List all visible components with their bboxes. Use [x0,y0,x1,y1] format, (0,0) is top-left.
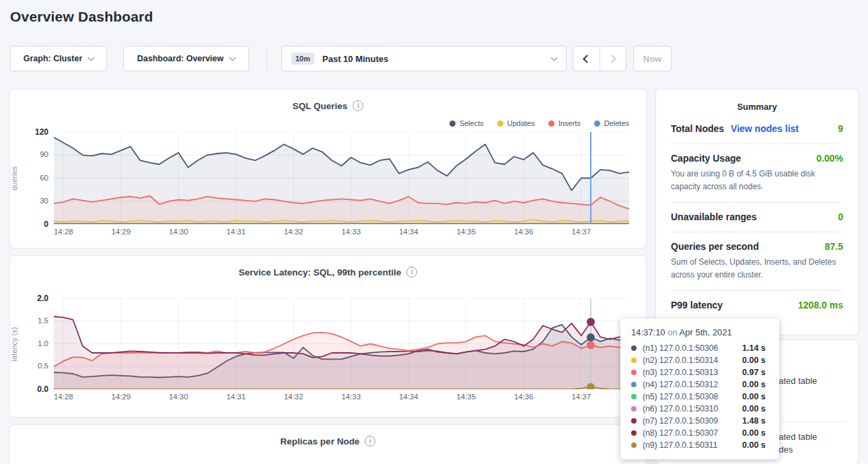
qps-label: Queries per second [671,241,759,252]
chevron-right-icon [608,55,616,63]
chevron-left-icon [583,55,592,63]
controls-divider [266,47,267,70]
node-address: (n4) 127.0.0.1:50312 [643,380,742,389]
time-nav-group [573,46,626,71]
p99-latency-value: 1208.0 ms [798,300,843,310]
node-address: (n7) 127.0.0.1:50309 [643,416,742,426]
tooltip-node-row: (n7) 127.0.0.1:50309 1.48 s [631,415,770,427]
legend-item[interactable]: Inserts [548,119,581,127]
series-color-dot [631,358,637,363]
page-title: Overview Dashboard [10,9,153,25]
qps-description: Sum of Selects, Updates, Inserts, and De… [671,256,843,281]
series-color-dot [631,382,637,387]
node-address: (n8) 127.0.0.1:50307 [643,428,742,438]
legend-label: Selects [460,119,484,127]
tooltip-node-row: (n9) 127.0.0.1:50311 0.00 s [631,439,770,451]
series-color-dot [631,430,637,436]
summary-row-p99: P99 latency 1208.0 ms [671,291,843,320]
info-icon[interactable] [365,436,375,446]
node-address: (n9) 127.0.0.1:50311 [643,440,742,450]
tooltip-node-row: (n4) 127.0.0.1:50312 0.00 s [631,378,770,391]
node-address: (n3) 127.0.0.1:50313 [643,368,742,377]
info-icon[interactable] [406,267,417,277]
summary-row-unavailable-ranges: Unavailable ranges 0 [671,203,843,232]
graph-selector-dropdown[interactable]: Graph: Cluster [10,46,107,71]
summary-row-qps: Queries per second 87.5 Sum of Selects, … [671,232,843,291]
tooltip-node-row: (n6) 127.0.0.1:50310 0.00 s [631,403,770,415]
node-latency-value: 0.00 s [742,380,766,389]
info-icon[interactable] [353,100,363,111]
node-address: (n6) 127.0.0.1:50310 [643,404,742,413]
chart-title: Replicas per Node [281,436,360,446]
tooltip-node-row: (n8) 127.0.0.1:50307 0.00 s [631,427,770,439]
legend-item[interactable]: Selects [449,119,484,127]
total-nodes-label: Total Nodes [671,123,724,134]
prev-range-button[interactable] [573,46,600,71]
node-address: (n2) 127.0.0.1:50314 [643,356,742,365]
node-latency-value: 0.97 s [742,368,766,377]
node-latency-value: 0.00 s [742,356,766,365]
event-text-fragment: eated table [774,376,817,386]
chevron-down-icon [88,54,95,61]
capacity-label: Capacity Usage [671,153,741,164]
sql-queries-plot[interactable] [54,132,629,224]
series-color-dot [631,394,637,399]
graph-selector-label: Graph: Cluster [24,54,83,63]
x-axis-ticks: 14:2814:2914:3014:3114:3214:3314:3414:35… [54,393,629,403]
legend-label: Updates [507,119,535,127]
service-latency-plot[interactable] [54,298,629,389]
capacity-value: 0.00% [816,153,843,164]
y-axis-label: latency (s) [9,298,19,389]
dashboard-selector-dropdown[interactable]: Dashboard: Overview [123,46,249,71]
service-latency-chart-card: Service Latency: SQL, 99th percentile la… [10,256,646,417]
unavailable-ranges-value: 0 [838,211,843,222]
series-color-dot [449,121,456,127]
x-axis-ticks: 14:2814:2914:3014:3114:3214:3314:3414:35… [54,228,629,238]
legend-label: Inserts [558,119,581,127]
series-color-dot [631,418,637,424]
summary-title: Summary [656,90,858,114]
tooltip-timestamp: 14:37:10 on Apr 5th, 2021 [631,327,770,337]
node-latency-value: 0.00 s [742,392,766,401]
tooltip-node-row: (n1) 127.0.0.1:50306 1.14 s [631,342,770,354]
node-latency-value: 1.48 s [742,416,766,426]
chart-hover-tooltip: 14:37:10 on Apr 5th, 2021 (n1) 127.0.0.1… [620,319,779,459]
series-color-dot [631,406,637,411]
tooltip-node-row: (n3) 127.0.0.1:50313 0.97 s [631,366,770,378]
next-range-button[interactable] [600,46,626,71]
node-latency-value: 0.00 s [742,440,766,450]
chart-title: Service Latency: SQL, 99th percentile [239,267,402,277]
node-address: (n5) 127.0.0.1:50308 [643,392,742,401]
node-latency-value: 0.00 s [742,404,766,413]
view-nodes-list-link[interactable]: View nodes list [731,123,799,134]
now-button[interactable]: Now [633,46,672,71]
chevron-down-icon [229,54,236,61]
y-axis-ticks: 0.00.51.01.52.0 [19,298,48,389]
summary-row-total-nodes: Total Nodes View nodes list 9 [671,114,843,144]
unavailable-ranges-label: Unavailable ranges [671,211,757,222]
summary-panel: Summary Total Nodes View nodes list 9 Ca… [656,90,858,335]
series-color-dot [548,121,554,127]
legend-label: Deletes [604,119,629,127]
time-range-badge: 10m [291,53,314,65]
series-color-dot [631,442,637,448]
tooltip-node-row: (n5) 127.0.0.1:50308 0.00 s [631,391,770,403]
legend-item[interactable]: Updates [497,119,535,127]
legend-item[interactable]: Deletes [594,119,629,127]
capacity-description: You are using 0 B of 4.5 GiB usable disk… [671,168,843,193]
series-color-dot [497,121,503,127]
p99-latency-label: P99 latency [671,300,723,310]
y-axis-ticks: 0306090120 [19,132,48,224]
tooltip-node-list: (n1) 127.0.0.1:50306 1.14 s (n2) 127.0.0… [631,342,770,451]
time-range-label: Past 10 Minutes [322,54,388,64]
tooltip-node-row: (n2) 127.0.0.1:50314 0.00 s [631,354,770,366]
event-text-fragment: eated table [774,432,817,442]
y-axis-label: queries [9,132,19,224]
series-color-dot [594,121,600,127]
series-color-dot [631,345,637,351]
node-latency-value: 1.14 s [742,343,766,353]
qps-value: 87.5 [825,241,843,252]
summary-row-capacity: Capacity Usage 0.00% You are using 0 B o… [671,144,843,203]
time-range-dropdown[interactable]: 10m Past 10 Minutes [281,46,567,71]
total-nodes-value: 9 [838,123,843,134]
